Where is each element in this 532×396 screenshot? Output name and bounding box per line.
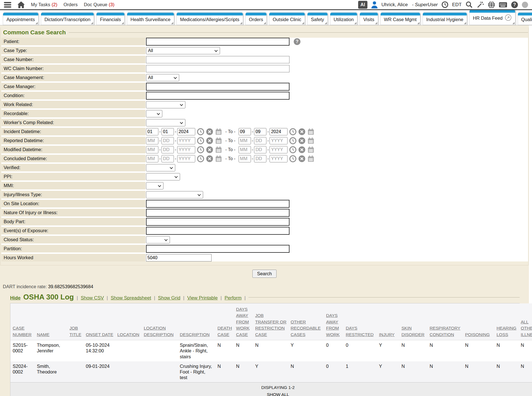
clear-icon[interactable] bbox=[298, 155, 306, 162]
osha-link-show-spreadsheet[interactable]: Show Spreadsheet bbox=[111, 295, 151, 301]
modified-datetime-to-dd-input[interactable] bbox=[254, 146, 266, 153]
column-sort-link[interactable]: LOCATION bbox=[117, 332, 139, 337]
reported-datetime-to-mm-input[interactable] bbox=[239, 137, 251, 144]
reported-datetime-to-dd-input[interactable] bbox=[254, 137, 266, 144]
clock-icon[interactable] bbox=[197, 155, 204, 162]
recordable-select[interactable] bbox=[146, 110, 162, 117]
tab-financials[interactable]: Financials bbox=[96, 12, 124, 25]
search-icon[interactable] bbox=[465, 1, 473, 8]
clear-icon[interactable] bbox=[206, 128, 213, 135]
mmi-select[interactable] bbox=[146, 182, 163, 189]
help-icon[interactable]: ? bbox=[511, 1, 518, 8]
column-sort-link[interactable]: DAYS AWAY FROM WORK CASE bbox=[236, 307, 250, 337]
concluded-datetime-from-dd-input[interactable] bbox=[161, 155, 174, 162]
patient-input[interactable] bbox=[146, 38, 289, 46]
nav-doc-queue[interactable]: Doc Queue(3) bbox=[84, 2, 115, 7]
closed-status-select[interactable] bbox=[146, 236, 170, 243]
clock-icon[interactable] bbox=[289, 128, 297, 135]
hours-worked-input[interactable] bbox=[146, 254, 212, 261]
clear-icon[interactable] bbox=[298, 146, 306, 153]
field-help-icon[interactable]: ? bbox=[293, 38, 301, 45]
ai-badge[interactable]: AI bbox=[358, 1, 367, 9]
tab-quality-of-care[interactable]: Quality of Care bbox=[518, 12, 532, 25]
calendar-icon[interactable] bbox=[215, 128, 222, 135]
show-all-link[interactable]: SHOW ALL bbox=[267, 392, 289, 396]
magic-wand-icon[interactable] bbox=[477, 1, 484, 8]
clear-icon[interactable] bbox=[206, 155, 213, 162]
column-sort-link[interactable]: SKIN DISORDER bbox=[401, 326, 425, 337]
tab-medications-allergies-scripts[interactable]: Medications/Allergies/Scripts bbox=[176, 12, 243, 25]
osha-link-perform[interactable]: Perform bbox=[225, 295, 241, 301]
incident-datetime-to-dd-input[interactable] bbox=[254, 128, 266, 135]
case-type-select[interactable]: All bbox=[146, 47, 220, 54]
clock-icon[interactable] bbox=[289, 155, 297, 162]
calendar-icon[interactable] bbox=[307, 128, 315, 135]
column-sort-link[interactable]: POISONING bbox=[465, 332, 490, 337]
column-sort-link[interactable]: DAYS RESTRICTED bbox=[346, 326, 374, 337]
clear-icon[interactable] bbox=[298, 128, 306, 135]
concluded-datetime-to-mm-input[interactable] bbox=[239, 155, 251, 162]
clock-icon[interactable] bbox=[197, 137, 204, 144]
calendar-icon[interactable] bbox=[307, 137, 315, 144]
globe-icon[interactable] bbox=[488, 1, 495, 8]
column-sort-link[interactable]: DAYS AWAY FROM WORK bbox=[326, 313, 340, 337]
event-s-of-exposure-input[interactable] bbox=[146, 227, 289, 235]
incident-datetime-to-mm-input[interactable] bbox=[239, 128, 251, 135]
incident-datetime-from-dd-input[interactable] bbox=[161, 128, 174, 135]
clock-icon[interactable] bbox=[289, 146, 297, 153]
reported-datetime-from-yyyy-input[interactable] bbox=[177, 137, 195, 144]
concluded-datetime-from-yyyy-input[interactable] bbox=[177, 155, 195, 162]
user-name[interactable]: Uhrick, Alice bbox=[381, 2, 408, 8]
calendar-icon[interactable] bbox=[307, 146, 315, 153]
hide-link[interactable]: Hide bbox=[10, 295, 21, 301]
clear-icon[interactable] bbox=[298, 137, 306, 144]
search-button[interactable]: Search bbox=[252, 270, 277, 278]
osha-link-view-printable[interactable]: View Printable bbox=[187, 295, 217, 301]
osha-link-show-grid[interactable]: Show Grid bbox=[158, 295, 180, 301]
column-sort-link[interactable]: HEARING LOSS bbox=[497, 326, 517, 337]
clock-icon[interactable] bbox=[197, 146, 204, 153]
incident-datetime-from-yyyy-input[interactable] bbox=[177, 128, 195, 135]
work-related-select[interactable] bbox=[146, 101, 185, 108]
column-sort-link[interactable]: JOB TITLE bbox=[69, 326, 81, 337]
hamburger-menu-icon[interactable] bbox=[4, 2, 11, 8]
tab-hr-data-feed[interactable]: HR Data Feed bbox=[469, 10, 515, 25]
concluded-datetime-from-mm-input[interactable] bbox=[146, 155, 158, 162]
osha-link-show-csv[interactable]: Show CSV bbox=[81, 295, 104, 301]
case-manager-input[interactable] bbox=[146, 83, 289, 91]
concluded-datetime-to-yyyy-input[interactable] bbox=[270, 155, 288, 162]
on-site-location-input[interactable] bbox=[146, 200, 289, 208]
tab-outside-clinic[interactable]: Outside Clinic bbox=[269, 12, 305, 25]
tab-health-surveillance[interactable]: Health Surveillance bbox=[127, 12, 174, 25]
clock-icon[interactable] bbox=[289, 137, 297, 144]
tab-appointments[interactable]: Appointments bbox=[3, 12, 39, 25]
reported-datetime-from-dd-input[interactable] bbox=[161, 137, 174, 144]
clear-icon[interactable] bbox=[206, 146, 213, 153]
tab-dictation-transcription[interactable]: Dictation/Transcription bbox=[41, 12, 94, 25]
tab-orders[interactable]: Orders bbox=[245, 12, 267, 25]
column-sort-link[interactable]: DEATH CASE bbox=[217, 326, 232, 337]
column-sort-link[interactable]: DESCRIPTION bbox=[180, 332, 210, 337]
column-sort-link[interactable]: NAME bbox=[37, 332, 50, 337]
tab-safety[interactable]: Safety bbox=[307, 12, 328, 25]
calendar-icon[interactable] bbox=[215, 146, 222, 153]
verified-select[interactable] bbox=[146, 164, 175, 171]
modified-datetime-from-dd-input[interactable] bbox=[161, 146, 174, 153]
column-sort-link[interactable]: ALL OTHER ILLNESSES bbox=[521, 319, 532, 337]
column-sort-link[interactable]: INJURY bbox=[379, 332, 395, 337]
clear-icon[interactable] bbox=[206, 137, 213, 144]
condition-input[interactable] bbox=[146, 92, 289, 100]
clock-icon[interactable] bbox=[441, 1, 448, 8]
modified-datetime-to-yyyy-input[interactable] bbox=[270, 146, 288, 153]
clock-icon[interactable] bbox=[197, 128, 204, 135]
modified-datetime-from-yyyy-input[interactable] bbox=[177, 146, 195, 153]
column-sort-link[interactable]: LOCATION DESCRIPTION bbox=[144, 326, 174, 337]
column-sort-link[interactable]: OTHER RECORDABLE CASES bbox=[291, 319, 321, 337]
case-number-input[interactable] bbox=[146, 56, 289, 63]
body-part-input[interactable] bbox=[146, 218, 289, 226]
nav-orders[interactable]: Orders bbox=[64, 2, 78, 7]
keyboard-icon[interactable] bbox=[499, 2, 507, 8]
concluded-datetime-to-dd-input[interactable] bbox=[254, 155, 266, 162]
calendar-icon[interactable] bbox=[215, 155, 222, 162]
case-management-select[interactable]: All bbox=[146, 74, 179, 81]
